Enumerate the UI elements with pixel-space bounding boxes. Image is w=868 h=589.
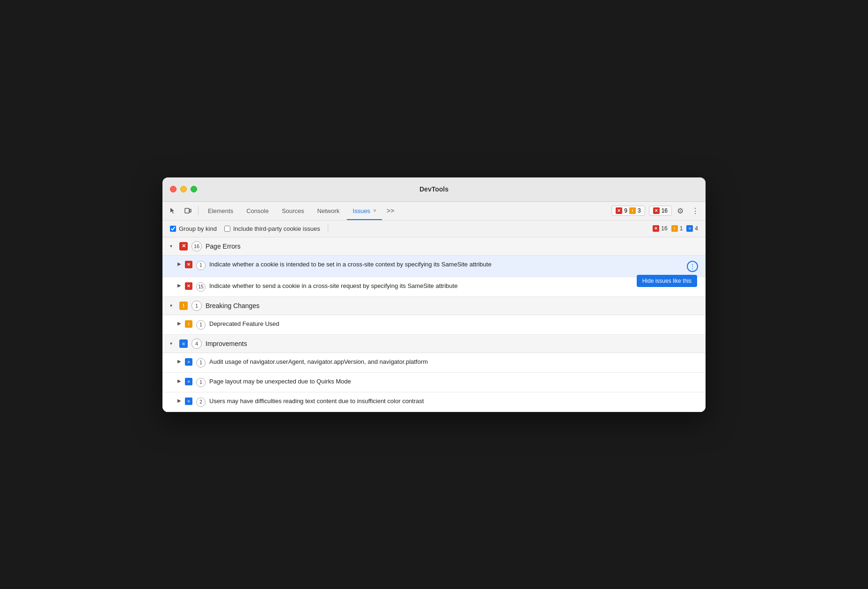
- device-toolbar-icon[interactable]: [181, 204, 194, 217]
- close-button[interactable]: [170, 186, 177, 192]
- tab-console[interactable]: Console: [241, 201, 274, 220]
- issue-text-6: Users may have difficulties reading text…: [209, 397, 698, 405]
- minimize-button[interactable]: [180, 186, 187, 192]
- issue-chevron-5: ▶: [177, 378, 181, 383]
- filter-separator: [328, 225, 328, 232]
- issue-row-cookie-samesite-2[interactable]: ▶ ✕ 15 Indicate whether to send a cookie…: [162, 277, 706, 297]
- tab-sources[interactable]: Sources: [276, 201, 310, 220]
- filter-warning-icon: !: [671, 225, 678, 232]
- issue-row-quirks[interactable]: ▶ ≡ 1 Page layout may be unexpected due …: [162, 373, 706, 392]
- group-by-kind-label[interactable]: Group by kind: [170, 225, 217, 232]
- issues-content: ▾ ✕ 16 Page Errors ▶ ✕ 1 Indicate whethe…: [162, 237, 706, 412]
- issue-count-3: 1: [196, 320, 206, 330]
- issue-warning-icon-1: !: [185, 320, 192, 328]
- tab-network[interactable]: Network: [312, 201, 346, 220]
- section-breaking-label: Breaking Changes: [206, 302, 259, 309]
- section-info-icon: ≡: [179, 339, 188, 348]
- filter-info-icon: ≡: [686, 225, 693, 232]
- error-count-2: 16: [662, 207, 668, 214]
- issue-row-cookie-samesite-1[interactable]: ▶ ✕ 1 Indicate whether a cookie is inten…: [162, 256, 706, 277]
- traffic-lights: [170, 186, 197, 192]
- issue-count-6: 2: [196, 398, 206, 407]
- issue-chevron-2: ▶: [177, 283, 181, 288]
- issue-text-4: Audit usage of navigator.userAgent, navi…: [209, 358, 698, 366]
- section-improvements-count: 4: [191, 339, 202, 349]
- section-page-errors-chevron: ▾: [170, 243, 176, 249]
- tab-issues-close[interactable]: ×: [373, 207, 376, 214]
- filter-info-badge[interactable]: ≡ 4: [686, 225, 698, 232]
- section-improvements[interactable]: ▾ ≡ 4 Improvements: [162, 335, 706, 353]
- issue-error-icon-2: ✕: [185, 282, 192, 290]
- issue-row-color-contrast[interactable]: ▶ ≡ 2 Users may have difficulties readin…: [162, 392, 706, 412]
- toolbar-separator-1: [198, 206, 199, 215]
- more-tabs-button[interactable]: >>: [384, 204, 397, 217]
- svg-rect-0: [185, 208, 189, 213]
- devtools-window: DevTools Elements Console Sources Networ…: [162, 177, 706, 412]
- svg-rect-1: [190, 209, 191, 212]
- issue-row-deprecated[interactable]: ▶ ! 1 Deprecated Feature Used: [162, 315, 706, 335]
- section-warning-icon: !: [179, 302, 188, 310]
- section-error-label: Page Errors: [206, 243, 241, 250]
- issue-text-3: Deprecated Feature Used: [209, 320, 698, 328]
- issue-info-icon-3: ≡: [185, 398, 192, 405]
- tab-issues[interactable]: Issues ×: [347, 201, 382, 220]
- filter-error-badge[interactable]: ✕ 16: [653, 225, 667, 232]
- section-breaking-count: 1: [191, 301, 202, 311]
- filter-badges: ✕ 16 ! 1 ≡ 4: [653, 225, 698, 232]
- hide-issues-tooltip[interactable]: Hide issues like this: [637, 275, 697, 287]
- issue-count-4: 1: [196, 358, 206, 368]
- warning-icon: !: [629, 207, 636, 214]
- section-improvements-chevron: ▾: [170, 341, 176, 346]
- group-by-kind-checkbox[interactable]: [170, 226, 176, 232]
- issue-chevron-4: ▶: [177, 359, 181, 364]
- issue-more-button-1[interactable]: ⋮ Hide issues like this: [687, 261, 698, 272]
- filter-error-icon: ✕: [653, 225, 659, 232]
- issue-text-5: Page layout may be unexpected due to Qui…: [209, 377, 698, 386]
- cursor-icon[interactable]: [166, 204, 179, 217]
- filter-bar: Group by kind Include third-party cookie…: [162, 221, 706, 237]
- third-party-label[interactable]: Include third-party cookie issues: [224, 225, 320, 232]
- warning-count: 3: [638, 207, 641, 214]
- more-button[interactable]: ⋮: [689, 204, 702, 217]
- error-icon: ✕: [616, 207, 622, 214]
- error-count-badge[interactable]: ✕ 16: [649, 206, 672, 216]
- issue-chevron-1: ▶: [177, 261, 181, 266]
- issue-row-navigator[interactable]: ▶ ≡ 1 Audit usage of navigator.userAgent…: [162, 353, 706, 373]
- error-count: 9: [624, 207, 627, 214]
- section-breaking-chevron: ▾: [170, 303, 176, 308]
- section-improvements-label: Improvements: [206, 340, 247, 347]
- issue-info-icon-1: ≡: [185, 358, 192, 366]
- third-party-checkbox[interactable]: [224, 226, 230, 232]
- tab-elements[interactable]: Elements: [202, 201, 239, 220]
- issue-info-icon-2: ≡: [185, 378, 192, 385]
- section-breaking-changes[interactable]: ▾ ! 1 Breaking Changes: [162, 297, 706, 315]
- titlebar: DevTools: [162, 177, 706, 202]
- maximize-button[interactable]: [191, 186, 197, 192]
- issue-text-1: Indicate whether a cookie is intended to…: [209, 260, 683, 269]
- window-title: DevTools: [419, 185, 449, 193]
- issue-chevron-3: ▶: [177, 321, 181, 326]
- error-warning-badge[interactable]: ✕ 9 ! 3: [611, 206, 645, 216]
- toolbar: Elements Console Sources Network Issues …: [162, 202, 706, 221]
- section-error-count: 16: [191, 241, 202, 251]
- issue-count-2: 15: [196, 282, 206, 292]
- issue-text-2: Indicate whether to send a cookie in a c…: [209, 282, 698, 290]
- issue-count-5: 1: [196, 378, 206, 387]
- settings-button[interactable]: ⚙: [674, 204, 687, 217]
- issue-chevron-6: ▶: [177, 398, 181, 403]
- issue-count-1: 1: [196, 261, 206, 270]
- section-error-icon: ✕: [179, 242, 188, 250]
- error-icon-2: ✕: [653, 207, 660, 214]
- section-page-errors[interactable]: ▾ ✕ 16 Page Errors: [162, 237, 706, 256]
- filter-warning-badge[interactable]: ! 1: [671, 225, 683, 232]
- issue-error-icon-1: ✕: [185, 261, 192, 268]
